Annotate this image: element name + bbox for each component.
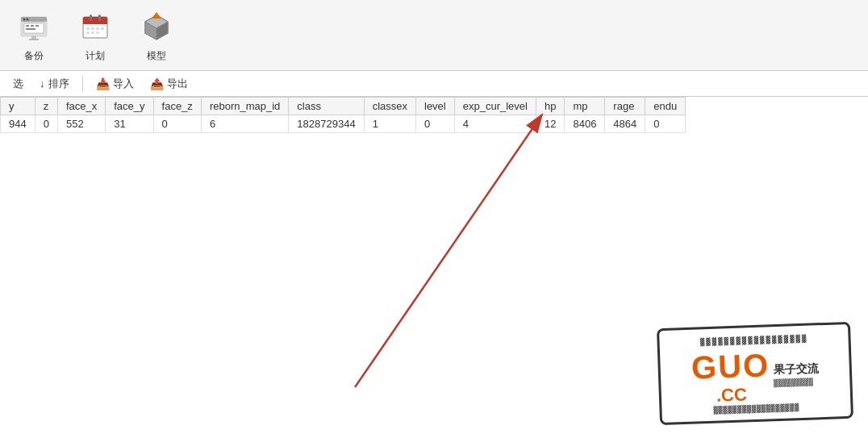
cell-0-5: 6 <box>201 115 288 133</box>
column-header-class[interactable]: class <box>289 98 364 115</box>
backup-label: 备份 <box>24 49 44 63</box>
svg-rect-9 <box>35 25 39 27</box>
plan-label: 计划 <box>86 49 105 63</box>
backup-icon <box>15 7 53 46</box>
column-header-face_x[interactable]: face_x <box>57 98 105 115</box>
svg-rect-18 <box>96 27 99 30</box>
svg-rect-21 <box>91 31 94 34</box>
column-header-exp_cur_level[interactable]: exp_cur_level <box>454 98 536 115</box>
actionbar: 选 ↓ 排序 📥 导入 📤 导出 <box>0 71 868 97</box>
cell-0-0: 944 <box>1 115 35 133</box>
model-icon <box>137 7 176 46</box>
svg-rect-7 <box>26 25 29 27</box>
toolbar: 备份 计划 <box>0 0 868 71</box>
table-container: yzface_xface_yface_zreborn_map_idclasscl… <box>0 97 868 438</box>
svg-rect-10 <box>26 28 35 30</box>
cell-0-8: 0 <box>416 115 455 133</box>
stamp-right-text: 果子交流 ▓▓▓▓▓▓▓▓▓ <box>773 361 819 387</box>
column-header-y[interactable]: y <box>1 98 35 115</box>
cell-0-3: 31 <box>106 115 153 133</box>
stamp-middle: GUO .CC 果子交流 ▓▓▓▓▓▓▓▓▓ <box>691 345 820 407</box>
svg-line-29 <box>355 115 542 387</box>
plan-icon <box>76 7 115 46</box>
import-label: 导入 <box>113 77 134 91</box>
svg-rect-19 <box>101 27 104 30</box>
svg-rect-17 <box>91 27 94 30</box>
column-header-hp[interactable]: hp <box>536 98 564 115</box>
column-header-mp[interactable]: mp <box>565 98 605 115</box>
svg-rect-4 <box>31 36 36 39</box>
cell-0-4: 0 <box>153 115 201 133</box>
select-label: 选 <box>13 77 23 91</box>
stamp-cc-text: .CC <box>716 384 748 406</box>
import-button[interactable]: 📥 导入 <box>90 75 140 93</box>
svg-rect-13 <box>83 22 107 24</box>
stamp-guo-text: GUO <box>691 347 770 386</box>
table-row: 94405523106182872934410412840648640 <box>1 115 686 133</box>
cell-0-1: 0 <box>35 115 57 133</box>
sort-icon: ↓ <box>40 77 45 90</box>
svg-rect-22 <box>96 31 99 34</box>
cell-0-2: 552 <box>57 115 105 133</box>
cell-0-13: 0 <box>645 115 686 133</box>
column-header-level[interactable]: level <box>416 98 455 115</box>
data-table: yzface_xface_yface_zreborn_map_idclasscl… <box>0 97 686 133</box>
cell-0-11: 8406 <box>565 115 605 133</box>
cell-0-10: 12 <box>536 115 564 133</box>
svg-rect-8 <box>31 25 34 27</box>
cell-0-7: 1 <box>364 115 415 133</box>
svg-point-2 <box>23 19 26 21</box>
column-header-z[interactable]: z <box>35 98 57 115</box>
column-header-rage[interactable]: rage <box>605 98 645 115</box>
watermark-stamp: ▓▓▓▓▓▓▓▓▓▓▓▓▓▓▓▓▓▓ GUO .CC 果子交流 ▓▓▓▓▓▓▓▓… <box>657 322 853 425</box>
table-body: 94405523106182872934410412840648640 <box>1 115 686 133</box>
table-header-row: yzface_xface_yface_zreborn_map_idclasscl… <box>1 98 686 115</box>
svg-rect-16 <box>86 27 90 30</box>
svg-marker-27 <box>152 12 161 19</box>
model-button[interactable]: 模型 <box>136 7 177 63</box>
cell-0-9: 4 <box>454 115 536 133</box>
cell-0-12: 4864 <box>605 115 645 133</box>
select-button[interactable]: 选 <box>6 75 30 93</box>
svg-rect-20 <box>86 31 90 34</box>
column-header-face_y[interactable]: face_y <box>106 98 153 115</box>
export-button[interactable]: 📤 导出 <box>144 75 194 93</box>
column-header-classex[interactable]: classex <box>364 98 415 115</box>
model-label: 模型 <box>147 49 166 63</box>
sort-label: 排序 <box>48 77 69 91</box>
divider-1 <box>82 76 83 92</box>
column-header-face_z[interactable]: face_z <box>153 98 201 115</box>
column-header-endu[interactable]: endu <box>645 98 686 115</box>
import-icon: 📥 <box>96 77 110 90</box>
export-icon: 📤 <box>150 77 164 90</box>
svg-rect-15 <box>98 15 101 21</box>
export-label: 导出 <box>167 77 188 91</box>
cell-0-6: 1828729344 <box>289 115 364 133</box>
plan-button[interactable]: 计划 <box>74 7 116 63</box>
svg-point-3 <box>27 19 29 21</box>
backup-button[interactable]: 备份 <box>13 7 55 63</box>
sort-button[interactable]: ↓ 排序 <box>33 75 76 93</box>
svg-rect-14 <box>90 15 92 21</box>
svg-rect-5 <box>29 39 39 40</box>
column-header-reborn_map_id[interactable]: reborn_map_id <box>201 98 288 115</box>
